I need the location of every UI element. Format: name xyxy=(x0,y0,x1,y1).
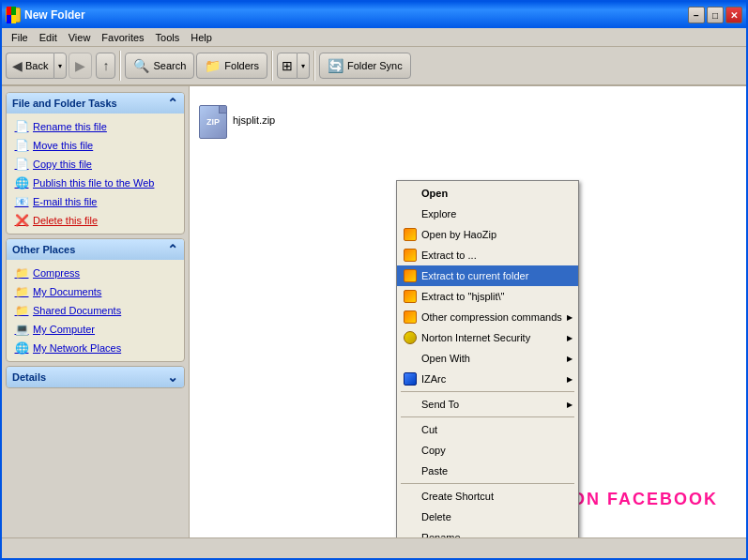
ctx-extract-to[interactable]: Extract to ... xyxy=(397,245,578,265)
menu-favorites[interactable]: Favorites xyxy=(96,30,149,45)
other-places-collapse-icon: ⌃ xyxy=(167,242,178,257)
file-display: ZIP hjsplit.zip xyxy=(199,105,275,135)
separator-1 xyxy=(119,51,121,81)
ctx-explore-label: Explore xyxy=(421,208,456,219)
ctx-open[interactable]: Open xyxy=(397,183,578,204)
ctx-paste[interactable]: Paste xyxy=(397,461,578,481)
zip-file-icon: ZIP xyxy=(199,105,229,135)
delete-file-link[interactable]: ❌ Delete this file xyxy=(10,211,180,230)
my-computer-icon: 💻 xyxy=(14,322,29,337)
network-places-label: My Network Places xyxy=(33,342,121,354)
publish-file-link[interactable]: 🌐 Publish this file to the Web xyxy=(10,174,180,192)
other-places-header[interactable]: Other Places ⌃ xyxy=(7,239,184,260)
minimize-button[interactable]: − xyxy=(688,7,705,23)
window-title: New Folder xyxy=(24,8,688,22)
ctx-copy[interactable]: Copy xyxy=(397,440,578,461)
folders-button[interactable]: 📁 Folders xyxy=(196,53,267,79)
ctx-open-with-arrow-icon: ▶ xyxy=(567,355,572,363)
folder-sync-button[interactable]: 🔄 Folder Sync xyxy=(319,53,411,79)
ctx-cut[interactable]: Cut xyxy=(397,419,578,440)
ctx-extract-current-icon xyxy=(403,268,418,283)
ctx-norton-arrow-icon: ▶ xyxy=(567,334,572,342)
ctx-paste-icon xyxy=(403,463,418,478)
ctx-compression-arrow-icon: ▶ xyxy=(567,313,572,322)
menu-view[interactable]: View xyxy=(63,30,97,45)
file-tasks-title: File and Folder Tasks xyxy=(12,98,117,109)
forward-button[interactable]: ▶ xyxy=(69,53,92,79)
ctx-delete-icon xyxy=(403,509,418,524)
back-chevron-icon: ▾ xyxy=(58,62,62,70)
ctx-create-shortcut[interactable]: Create Shortcut xyxy=(397,486,578,507)
my-documents-link[interactable]: 📁 My Documents xyxy=(10,282,180,301)
menu-edit[interactable]: Edit xyxy=(34,30,63,45)
details-header[interactable]: Details ⌄ xyxy=(7,367,184,387)
my-network-places-link[interactable]: 🌐 My Network Places xyxy=(10,339,180,357)
ctx-other-compression[interactable]: Other compression commands ▶ xyxy=(397,307,578,327)
ctx-extract-current[interactable]: Extract to current folder xyxy=(397,265,578,286)
rename-file-link[interactable]: 📄 Rename this file xyxy=(10,117,180,136)
ctx-izarc[interactable]: IZArc ▶ xyxy=(397,369,578,389)
restore-button[interactable]: □ xyxy=(707,7,724,23)
ctx-extract-hjsplit[interactable]: Extract to "hjsplit\" xyxy=(397,286,578,307)
back-button[interactable]: ◀ Back xyxy=(6,53,53,79)
details-title: Details xyxy=(12,371,46,383)
ctx-send-to[interactable]: Send To ▶ xyxy=(397,394,578,415)
ctx-norton[interactable]: Norton Internet Security ▶ xyxy=(397,327,578,348)
other-places-section: Other Places ⌃ 📁 Compress 📁 My Documents… xyxy=(6,238,185,362)
ctx-shortcut-icon xyxy=(403,489,418,504)
view-dropdown[interactable]: ▾ xyxy=(298,53,310,79)
ctx-send-to-icon xyxy=(403,397,418,412)
ctx-extract-icon xyxy=(403,248,418,263)
menu-bar: File Edit View Favorites Tools Help xyxy=(2,28,746,47)
ctx-open-with[interactable]: Open With ▶ xyxy=(397,348,578,369)
ctx-delete[interactable]: Delete xyxy=(397,507,578,527)
menu-tools[interactable]: Tools xyxy=(150,30,186,45)
menu-help[interactable]: Help xyxy=(185,30,218,45)
file-tasks-header[interactable]: File and Folder Tasks ⌃ xyxy=(7,93,184,114)
ctx-send-to-arrow-icon: ▶ xyxy=(567,401,572,409)
rename-label: Rename this file xyxy=(33,121,107,132)
other-places-title: Other Places xyxy=(12,244,75,255)
ctx-paste-label: Paste xyxy=(421,465,448,477)
details-section: Details ⌄ xyxy=(6,366,185,388)
view-button[interactable]: ⊞ xyxy=(277,53,298,79)
compress-icon: 📁 xyxy=(14,265,29,280)
title-bar: New Folder − □ ✕ xyxy=(2,2,746,28)
shared-documents-label: Shared Documents xyxy=(33,305,121,316)
sync-label: Folder Sync xyxy=(347,60,403,71)
menu-file[interactable]: File xyxy=(6,30,34,45)
ctx-sep-3 xyxy=(401,483,574,484)
back-dropdown[interactable]: ▾ xyxy=(53,53,67,79)
my-documents-label: My Documents xyxy=(33,286,101,297)
publish-label: Publish this file to the Web xyxy=(33,177,154,189)
toolbar: ◀ Back ▾ ▶ ↑ 🔍 Search 📁 Folders xyxy=(2,47,746,86)
compress-link[interactable]: 📁 Compress xyxy=(10,264,180,282)
left-panel: File and Folder Tasks ⌃ 📄 Rename this fi… xyxy=(2,86,190,537)
search-button[interactable]: 🔍 Search xyxy=(125,53,194,79)
ctx-open-haozip-label: Open by HaoZip xyxy=(421,229,496,240)
copy-file-link[interactable]: 📄 Copy this file xyxy=(10,155,180,174)
copy-label: Copy this file xyxy=(33,159,92,170)
ctx-haozip-icon xyxy=(403,227,418,242)
folders-icon: 📁 xyxy=(205,58,221,73)
shared-documents-link[interactable]: 📁 Shared Documents xyxy=(10,301,180,320)
back-button-group: ◀ Back ▾ xyxy=(6,53,67,79)
file-tasks-section: File and Folder Tasks ⌃ 📄 Rename this fi… xyxy=(6,92,185,235)
close-button[interactable]: ✕ xyxy=(725,7,742,23)
ctx-copy-icon xyxy=(403,443,418,458)
move-file-link[interactable]: 📄 Move this file xyxy=(10,136,180,155)
ctx-sep-1 xyxy=(401,391,574,392)
ctx-open-haozip[interactable]: Open by HaoZip xyxy=(397,224,578,245)
ctx-rename[interactable]: Rename xyxy=(397,527,578,537)
up-button[interactable]: ↑ xyxy=(96,53,115,79)
extract-hjsplit-shape xyxy=(404,290,417,303)
email-file-link[interactable]: 📧 E-mail this file xyxy=(10,192,180,211)
ctx-compression-icon xyxy=(403,310,418,325)
ctx-delete-label: Delete xyxy=(421,511,451,522)
ctx-explore[interactable]: Explore xyxy=(397,204,578,224)
move-label: Move this file xyxy=(33,140,93,151)
view-button-group: ⊞ ▾ xyxy=(277,53,310,79)
my-computer-link[interactable]: 💻 My Computer xyxy=(10,320,180,339)
ctx-extract-current-label: Extract to current folder xyxy=(421,270,528,281)
ctx-extract-to-label: Extract to ... xyxy=(421,250,477,261)
